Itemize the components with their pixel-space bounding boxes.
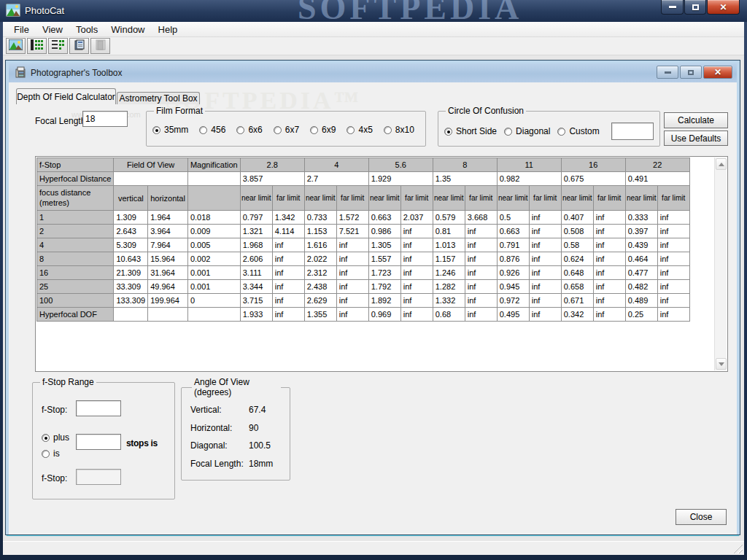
dialog-caption-buttons: ✕ (657, 66, 732, 79)
aov-value: 90 (249, 423, 258, 435)
image-viewer-icon (9, 39, 23, 52)
scroll-up-button[interactable] (716, 158, 727, 170)
coc-option-label: Custom (569, 126, 599, 136)
main-titlebar: SOFTPEDIA PhotoCat ✕ (0, 0, 747, 22)
film-format-option-8x10[interactable]: 8x10 (384, 125, 414, 135)
main-window-title: PhotoCat (25, 5, 64, 16)
film-format-option-35mm[interactable]: 35mm (152, 125, 188, 135)
plus-radio[interactable]: plus (42, 432, 69, 443)
aov-row: Diagonal:100.5 (190, 440, 281, 452)
menu-file[interactable]: File (7, 23, 36, 36)
fstop1-input[interactable] (76, 400, 121, 416)
aov-value: 100.5 (249, 440, 271, 452)
radio-icon (199, 126, 207, 134)
focal-length-input[interactable] (82, 111, 128, 127)
aov-value: 18mm (249, 459, 273, 470)
softpedia-watermark: SOFTPEDIA (298, 0, 522, 22)
coc-option-diagonal[interactable]: Diagonal (504, 126, 550, 136)
dialog-titlebar: Photographer's Toolbox ✕ (9, 63, 737, 82)
radio-icon (42, 434, 50, 442)
toolbar-button-image-viewer[interactable] (6, 38, 26, 54)
toolbar-button-exit[interactable] (90, 38, 110, 54)
film-format-option-6x6[interactable]: 6x6 (236, 125, 262, 135)
menu-window[interactable]: Window (104, 23, 151, 36)
film-format-option-456[interactable]: 456 (199, 125, 225, 135)
is-radio-label: is (53, 448, 60, 459)
coc-option-label: Diagonal (516, 126, 550, 136)
radio-icon (152, 126, 160, 134)
angle-of-view-group: Angle Of View (degrees) Vertical:67.4Hor… (181, 377, 290, 481)
scroll-down-button[interactable] (716, 358, 727, 370)
film-format-option-label: 456 (211, 125, 225, 135)
circle-of-confusion-legend: Circle Of Confusion (446, 106, 526, 116)
film-format-option-6x7[interactable]: 6x7 (274, 125, 299, 135)
toolbar-button-thumbnail-grid[interactable] (27, 38, 47, 54)
detail-list-icon (52, 39, 65, 52)
film-format-option-label: 6x6 (248, 125, 262, 135)
dialog-maximize-button[interactable] (680, 66, 702, 79)
coc-option-custom[interactable]: Custom (557, 126, 599, 136)
card-file-icon (15, 66, 27, 79)
film-format-option-label: 4x5 (358, 125, 372, 135)
maximize-icon (688, 70, 694, 75)
close-icon: ✕ (719, 2, 727, 12)
table-scrollbar[interactable] (714, 158, 727, 370)
mdi-client-area: Photographer's Toolbox ✕ SOFTPEDIA™ www.… (3, 55, 744, 541)
dialog-close-action-button[interactable]: Close (676, 509, 727, 525)
film-format-option-6x9[interactable]: 6x9 (310, 125, 336, 135)
fstop1-label: f-Stop: (42, 405, 67, 415)
radio-icon (274, 126, 282, 134)
tab-astrometry-tool-box[interactable]: Astrometry Tool Box (117, 92, 200, 104)
tab-depth-of-field-calculator[interactable]: Depth Of Field Calculator (16, 88, 116, 104)
custom-coc-input[interactable] (611, 122, 654, 140)
aov-label: Focal Length: (190, 459, 249, 470)
film-format-legend: Film Format (154, 106, 205, 116)
radio-icon (504, 128, 512, 136)
thumbnail-grid-icon (31, 39, 44, 52)
radio-icon (557, 128, 565, 136)
stops-input[interactable] (76, 434, 121, 450)
aov-row: Horizontal:90 (190, 423, 281, 435)
dialog-minimize-button[interactable] (657, 66, 678, 79)
radio-icon (310, 126, 318, 134)
close-button[interactable]: ✕ (707, 0, 740, 15)
resize-grip-icon[interactable] (733, 544, 743, 553)
toolbar (3, 37, 744, 55)
minimize-icon (665, 71, 671, 74)
fstop-range-group: f-Stop Range f-Stop: plus stops is is f-… (32, 377, 175, 499)
circle-of-confusion-options: Short SideDiagonalCustom (444, 122, 654, 140)
coc-option-short-side[interactable]: Short Side (444, 126, 497, 136)
minimize-button[interactable] (661, 0, 684, 15)
menu-view[interactable]: View (36, 23, 69, 36)
fstop2-label: f-Stop: (42, 473, 67, 483)
angle-of-view-rows: Vertical:67.4Horizontal:90Diagonal:100.5… (190, 405, 281, 470)
plus-radio-label: plus (53, 432, 69, 443)
minimize-icon (669, 6, 676, 8)
toolbar-button-catalog[interactable] (69, 38, 89, 54)
photocat-app-icon (6, 4, 20, 17)
aov-label: Diagonal: (190, 440, 249, 452)
aov-label: Horizontal: (190, 423, 249, 435)
menu-help[interactable]: Help (152, 23, 185, 36)
film-format-option-label: 35mm (164, 125, 188, 135)
close-icon: ✕ (714, 67, 721, 77)
calculate-button[interactable]: Calculate (664, 112, 728, 128)
radio-icon (444, 128, 452, 136)
film-format-option-4x5[interactable]: 4x5 (347, 125, 372, 135)
is-radio[interactable]: is (42, 448, 60, 459)
use-defaults-button[interactable]: Use Defaults (664, 131, 728, 146)
stops-is-label: stops is (126, 438, 158, 448)
aov-label: Vertical: (190, 405, 249, 416)
dialog-close-button[interactable]: ✕ (703, 66, 732, 79)
dialog-content: SOFTPEDIA™ www.softpedia.com Depth Of Fi… (9, 82, 737, 534)
toolbar-button-detail-list[interactable] (48, 38, 68, 54)
radio-icon (347, 126, 355, 134)
dialog-title: Photographer's Toolbox (31, 68, 123, 78)
menu-tools[interactable]: Tools (69, 23, 104, 36)
menu-bar: FileViewToolsWindowHelp (3, 22, 744, 37)
maximize-button[interactable] (684, 0, 706, 15)
radio-icon (42, 450, 50, 458)
aov-value: 67.4 (249, 405, 266, 416)
arrow-down-icon (719, 362, 724, 366)
film-format-option-label: 6x7 (285, 125, 299, 135)
